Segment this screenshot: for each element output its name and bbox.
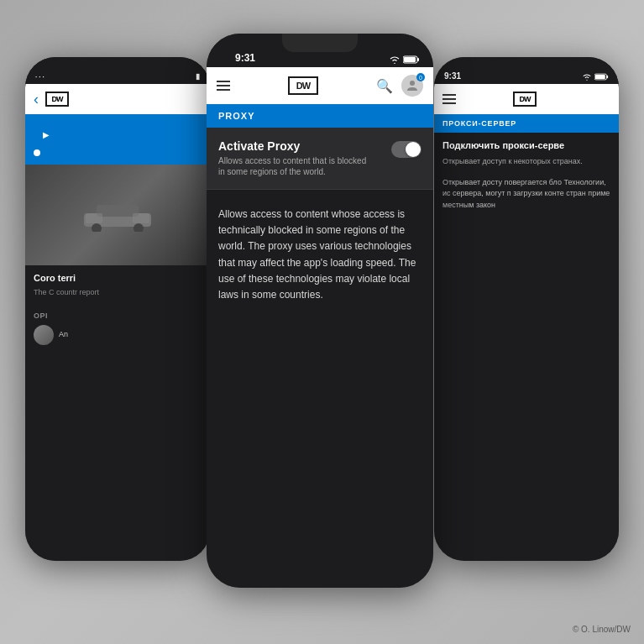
toggle-switch[interactable]	[391, 141, 421, 158]
opinion-avatar	[34, 325, 54, 345]
svg-rect-8	[404, 57, 416, 62]
phone-left: ··· ▮ ‹ DW ▶	[25, 57, 210, 561]
status-icons-center	[389, 55, 420, 64]
profile-icon-center[interactable]: 0	[401, 75, 423, 97]
time-right: 9:31	[444, 71, 461, 81]
opinions-label: OPI	[34, 312, 202, 320]
status-bar-left: ··· ▮	[25, 57, 210, 84]
hamburger-icon-center[interactable]	[217, 81, 230, 91]
nav-bar-right: DW	[434, 84, 619, 114]
time-center: 9:31	[235, 52, 255, 64]
article-snippet-left: Coro terri The C countr report	[25, 265, 210, 305]
section-header-right: ПРОКСИ-СЕРВЕР	[434, 114, 619, 133]
svg-rect-4	[86, 213, 102, 223]
dw-logo-right: DW	[520, 95, 531, 103]
article-text-left: The C countr report	[34, 287, 202, 298]
dots-left: ···	[35, 73, 46, 81]
battery-icon-center	[403, 55, 420, 64]
dw-logo-center: DW	[288, 76, 318, 95]
svg-point-9	[410, 81, 415, 86]
toggle-content: Activate Proxy Allows access to content …	[218, 139, 369, 177]
status-icons-left: ▮	[196, 72, 200, 81]
phone-right: 9:31	[434, 57, 619, 561]
description-text: Allows access to content whose access is…	[207, 190, 433, 320]
car-image	[25, 165, 210, 265]
svg-rect-11	[606, 76, 608, 78]
opinion-item: An	[34, 325, 202, 345]
toggle-knob	[406, 142, 421, 157]
wifi-icon-right	[582, 73, 592, 81]
blue-bar-left: ▶	[25, 114, 210, 165]
article-title-left: Coro terri	[34, 272, 202, 284]
notch-center	[282, 34, 358, 52]
svg-rect-1	[97, 205, 139, 217]
wifi-icon-center	[389, 55, 401, 64]
hamburger-icon-right[interactable]	[442, 94, 456, 104]
copyright: © O. Linow/DW	[573, 625, 631, 634]
search-icon-center[interactable]: 🔍	[376, 78, 393, 94]
back-arrow-icon[interactable]: ‹	[34, 91, 39, 108]
russian-title: Подключить прокси-серве	[442, 139, 610, 151]
article-image-left	[25, 165, 210, 265]
opinion-text: An	[59, 330, 68, 340]
screen-center: 9:31	[207, 34, 433, 588]
svg-rect-5	[133, 213, 149, 223]
nav-bar-center: DW 🔍 0	[207, 67, 433, 104]
right-content: Подключить прокси-серве Открывает доступ…	[434, 133, 619, 217]
scene: ··· ▮ ‹ DW ▶	[0, 0, 644, 644]
section-header-center: PROXY	[207, 104, 433, 128]
russian-body: Открывает досту повергается бло Технолог…	[442, 177, 610, 212]
car-svg	[76, 198, 160, 232]
status-bar-right: 9:31	[434, 57, 619, 84]
russian-subtitle: Открывает доступ к некоторых странах.	[442, 156, 610, 167]
profile-badge: 0	[416, 73, 425, 81]
opinions-section-left: OPI An	[25, 305, 210, 352]
play-button-left[interactable]: ▶	[34, 123, 57, 146]
toggle-sublabel: Allows access to content that is blocked…	[218, 155, 369, 177]
battery-icon-left: ▮	[196, 72, 200, 81]
svg-rect-7	[417, 58, 419, 61]
toggle-label: Activate Proxy	[218, 139, 369, 153]
nav-bar-left: ‹ DW	[25, 84, 210, 114]
dot-indicator	[34, 149, 40, 156]
status-icons-right	[582, 73, 609, 81]
dw-logo-text: DW	[296, 81, 310, 91]
svg-rect-12	[595, 75, 605, 79]
battery-icon-right	[594, 73, 609, 81]
screen-right: 9:31	[434, 57, 619, 561]
dw-logo-left: DW	[52, 95, 63, 103]
screen-left: ··· ▮ ‹ DW ▶	[25, 57, 210, 561]
toggle-row: Activate Proxy Allows access to content …	[207, 128, 433, 190]
phone-center: 9:31	[207, 34, 433, 588]
